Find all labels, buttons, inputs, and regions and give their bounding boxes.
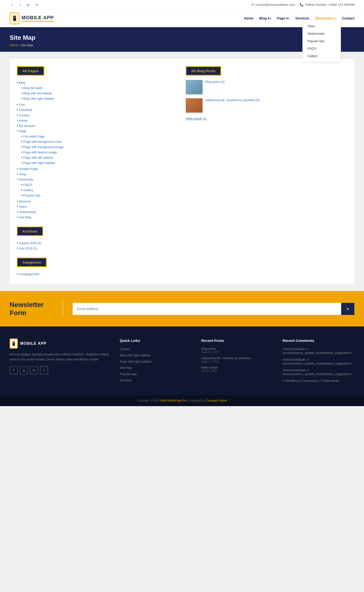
list-item: Full width Page <box>21 134 179 139</box>
blog-post-link-2[interactable]: Adipiscing elit. Vivamus eu pharetra (0) <box>205 98 260 102</box>
page-link-testimonials[interactable]: Testimonials <box>19 210 36 214</box>
comment-link-2[interactable]: woocommerce_update_marketplace_suggestio… <box>283 362 351 365</box>
page-full-width[interactable]: Full width Page <box>23 135 45 138</box>
dropdown-popular-app[interactable]: Popular App <box>303 37 341 45</box>
phone-label: Tollfree Number <box>305 3 327 7</box>
dropdown-gallery[interactable]: Gallery <box>303 52 341 60</box>
main-nav: Home Blog ▾ Page ▾ Services Shortcode ▾ … <box>244 16 354 20</box>
blog-left-sidebar[interactable]: Blog with left sidebar <box>23 92 52 95</box>
nav-blog-dropdown[interactable]: Blog ▾ <box>259 16 271 20</box>
footer-google-icon[interactable]: g <box>20 366 28 374</box>
company-link[interactable]: Company Name <box>206 399 227 402</box>
dropdown-testimonials[interactable]: Testimonials <box>303 30 341 37</box>
page-link-page[interactable]: Page <box>19 129 26 133</box>
recent-post-link-2[interactable]: Adipiscing elit. Vivamus eu pharetra <box>201 356 273 360</box>
email-address: contact@youremailhere.com <box>255 3 295 7</box>
footer-link-page-right[interactable]: Page with right sidebar <box>120 360 152 363</box>
googleplus-icon[interactable]: g+ <box>26 2 31 7</box>
archive-aug-2019[interactable]: August 2019 (2) <box>19 241 41 245</box>
footer: 📱 MOBILE APP am erat volutpat. Quisque p… <box>0 326 364 395</box>
blog-full-width[interactable]: Blog full width <box>23 86 43 90</box>
page-link-sample[interactable]: Sample Page <box>19 167 38 171</box>
shortcode-dropdown-menu: Team Testimonials Popular App FAQ'S Gall… <box>302 20 341 62</box>
send-button[interactable]: ➤ <box>341 303 354 315</box>
category-uncategorized[interactable]: Uncategorized <box>19 272 39 276</box>
list-item: Popular App <box>120 372 191 376</box>
nav-shortcode-dropdown[interactable]: Shortcode ▾ Team Testimonials Popular Ap… <box>315 16 336 20</box>
hello-world-item: Hello world! (1) <box>186 117 347 120</box>
blog-right-sidebar[interactable]: Blog with right sidebar <box>23 97 54 100</box>
sc-gallery[interactable]: Gallery <box>23 188 33 192</box>
recent-comments-title: Recent Comments <box>283 338 354 342</box>
page-link-checkout[interactable]: Checkout <box>19 108 32 112</box>
blog-post-link-1[interactable]: Blog posts (0) <box>205 80 225 84</box>
page-link-sitemap[interactable]: Site Map <box>19 216 31 219</box>
archive-jul-2019[interactable]: July 2019 (1) <box>19 247 37 250</box>
list-item: Gallery <box>21 187 179 193</box>
commenter-3[interactable]: ActionScheduler <box>283 368 306 372</box>
list-item: Page with left sidebar <box>21 155 179 160</box>
page-link-contact[interactable]: Contact <box>19 113 30 117</box>
page-bg-image[interactable]: Page with background image <box>23 145 64 149</box>
footer-facebook-icon[interactable]: f <box>10 366 18 374</box>
page-link-myaccount[interactable]: My account <box>19 124 35 128</box>
page-bg-color[interactable]: Page with background color <box>23 140 62 144</box>
footer-link-sitemap[interactable]: Site Map <box>120 366 132 369</box>
archives-section: Archives August 2019 (2) July 2019 (1) <box>17 227 179 251</box>
nav-contact[interactable]: Contact <box>342 16 354 20</box>
email-info: ✉ contact@youremailhere.com <box>251 3 295 7</box>
footer-linkedin-icon[interactable]: in <box>30 366 38 374</box>
footer-about-col: 📱 MOBILE APP am erat volutpat. Quisque p… <box>10 338 110 385</box>
hello-world-link[interactable]: Hello world! (1) <box>186 117 207 120</box>
page-link-team[interactable]: Team <box>19 205 27 209</box>
nav-blog[interactable]: Blog ▾ <box>259 16 271 20</box>
comment-link-3[interactable]: woocommerce_update_marketplace_suggestio… <box>283 372 351 376</box>
nav-page[interactable]: Page ▾ <box>277 16 289 20</box>
page-right-sidebar[interactable]: Page with right sidebar <box>23 161 55 165</box>
recent-post-date-3: July 29, 2019 <box>201 369 273 372</box>
recent-post-link-3[interactable]: Hello world! <box>201 366 273 369</box>
pages-list: Blog Blog full width Blog with left side… <box>17 80 179 220</box>
page-link-home[interactable]: Home <box>19 119 27 122</box>
comment-link-4[interactable]: Hello world! <box>323 379 339 382</box>
sc-popular-app[interactable]: Popular App <box>23 194 40 197</box>
phone-icon: 📞 <box>300 3 304 7</box>
quick-links-list: Contact Blog with right sidebar Page wit… <box>120 347 191 382</box>
page-link-shop[interactable]: Shop <box>19 172 26 176</box>
page-link-cart[interactable]: Cart <box>19 103 25 106</box>
footer-grid: 📱 MOBILE APP am erat volutpat. Quisque p… <box>10 338 354 395</box>
linkedin-icon[interactable]: in <box>34 2 39 7</box>
nav-services[interactable]: Services <box>295 16 309 20</box>
page-link-shortcode[interactable]: Shortcode <box>19 178 33 181</box>
page-link-services[interactable]: Services <box>19 200 31 203</box>
page-feature-image[interactable]: Page with feature image <box>23 151 57 154</box>
comment-link-1[interactable]: woocommerce_update_marketplace_suggestio… <box>283 351 351 355</box>
nav-shortcode[interactable]: Shortcode ▾ <box>315 16 336 20</box>
dropdown-faqs[interactable]: FAQ'S <box>303 45 341 52</box>
recent-post-link-1[interactable]: Blog posts <box>201 347 273 350</box>
nav-page-dropdown[interactable]: Page ▾ <box>277 16 289 20</box>
footer-link-services[interactable]: Services <box>120 378 132 382</box>
footer-link-popular-app[interactable]: Popular App <box>120 372 137 376</box>
email-input[interactable] <box>73 303 341 315</box>
list-item: Cart <box>17 102 179 107</box>
footer-twitter-icon[interactable]: t <box>40 366 48 374</box>
page-sublist: Full width Page Page with background col… <box>17 134 179 165</box>
page-link-blog[interactable]: Blog <box>19 81 25 85</box>
twitter-icon[interactable]: t <box>18 2 23 7</box>
nav-home[interactable]: Home <box>244 16 254 20</box>
commenter-1[interactable]: ActionScheduler <box>283 347 306 351</box>
brand-link[interactable]: Multi Mobile App Pro <box>161 399 187 402</box>
facebook-icon[interactable]: f <box>10 2 15 7</box>
commenter-4[interactable]: A WordPress Commenter <box>283 379 318 382</box>
footer-link-blog-right[interactable]: Blog with right sidebar <box>120 353 151 357</box>
footer-link-contact[interactable]: Contact <box>120 347 131 351</box>
recent-post-date-2: August 1, 2019 <box>201 360 273 363</box>
breadcrumb-home[interactable]: Home <box>10 43 18 47</box>
page-left-sidebar[interactable]: Page with left sidebar <box>23 156 53 159</box>
sc-faqs[interactable]: FAQ'S <box>23 183 32 187</box>
commenter-2[interactable]: ActionScheduler <box>283 358 306 361</box>
designed-by: | Designed by <box>188 399 205 402</box>
all-pages-section: All Pages Blog Blog full width Blog with… <box>17 66 179 277</box>
dropdown-team[interactable]: Team <box>303 22 341 30</box>
